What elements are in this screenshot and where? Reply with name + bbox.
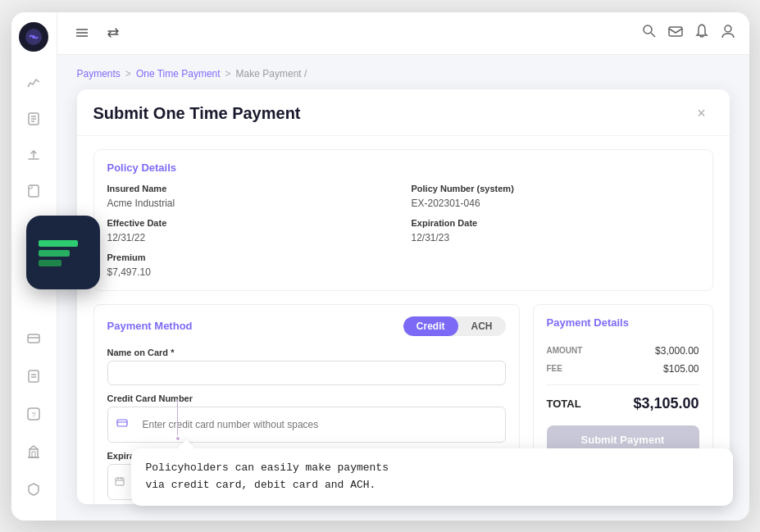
policy-section-title: Policy Details (107, 161, 699, 174)
topbar (57, 12, 749, 55)
breadcrumb-sep2: > (225, 68, 231, 80)
method-header: Payment Method Credit ACH (107, 316, 506, 336)
main-content: Payments > One Time Payment > Make Payme… (57, 12, 749, 521)
premium-field: Premium $7,497.10 (107, 252, 395, 279)
fee-row: FEE $105.00 (547, 363, 699, 375)
calendar-icon (115, 475, 125, 489)
cc-input-wrap (107, 407, 506, 443)
sidebar-item-reports[interactable] (19, 104, 48, 134)
svg-rect-14 (30, 449, 38, 457)
close-button[interactable]: × (690, 102, 713, 125)
name-on-card-label: Name on Card * (107, 348, 506, 357)
sidebar-item-shield[interactable] (19, 475, 48, 504)
cc-number-input[interactable] (134, 413, 497, 436)
policy-details-section: Policy Details Insured Name Acme Industr… (93, 149, 713, 291)
breadcrumb-payments[interactable]: Payments (77, 68, 121, 80)
payment-method-title: Payment Method (107, 320, 193, 332)
sidebar-bottom: ? (19, 324, 48, 511)
search-icon[interactable] (641, 23, 658, 43)
premium-label: Premium (107, 252, 395, 262)
svg-rect-18 (39, 260, 61, 266)
tooltip-text-line2: via credit card, debit card and ACH. (146, 479, 376, 491)
svg-point-1 (32, 35, 35, 39)
tooltip-bubble: Policyholders can easily make payments v… (131, 448, 733, 506)
floating-app-icon (26, 216, 100, 289)
policy-number-field: Policy Number (system) EX-202301-046 (412, 184, 699, 210)
topbar-right (641, 23, 736, 43)
topbar-left (71, 21, 631, 44)
amount-row: AMOUNT $3,000.00 (547, 345, 699, 357)
payment-details-title: Payment Details (547, 316, 699, 329)
user-icon[interactable] (720, 23, 736, 43)
effective-date-value: 12/31/22 (107, 232, 146, 243)
expiration-date-label: Expiration Date (412, 218, 699, 228)
modal-area: Payments > One Time Payment > Make Payme… (57, 55, 749, 521)
effective-date-field: Effective Date 12/31/22 (107, 218, 395, 244)
expiration-date-field: Expiration Date 12/31/23 (412, 218, 699, 244)
modal-title: Submit One Time Payment (93, 104, 301, 123)
credit-tab[interactable]: Credit (403, 316, 458, 336)
total-label: TOTAL (547, 398, 581, 410)
breadcrumb-current: Make Payment / (236, 68, 307, 80)
insured-name-field: Insured Name Acme Industrial (107, 184, 395, 210)
breadcrumb-sep1: > (125, 68, 131, 80)
effective-date-label: Effective Date (107, 218, 395, 228)
svg-rect-17 (39, 250, 70, 257)
app-logo[interactable] (19, 22, 48, 52)
sidebar-item-documents[interactable] (19, 176, 48, 206)
amount-value: $3,000.00 (655, 345, 699, 357)
fee-label: FEE (547, 364, 562, 373)
menu-icon[interactable] (71, 21, 93, 44)
policy-number-value: EX-202301-046 (412, 198, 480, 209)
tooltip-text-line1: Policyholders can easily make payments (146, 462, 389, 474)
cc-number-label: Credit Card Number (107, 393, 506, 403)
svg-rect-24 (669, 27, 682, 36)
expiration-date-value: 12/31/23 (412, 232, 450, 243)
svg-rect-26 (117, 420, 127, 426)
premium-value: $7,497.10 (107, 266, 151, 278)
svg-rect-6 (29, 185, 39, 197)
breadcrumb-one-time[interactable]: One Time Payment (136, 68, 221, 80)
modal-header: Submit One Time Payment × (77, 89, 730, 136)
divider (547, 384, 699, 385)
page-content: Payments > One Time Payment > Make Payme… (57, 55, 749, 521)
swap-icon[interactable] (102, 21, 125, 44)
total-value: $3,105.00 (633, 395, 699, 412)
tooltip-line (177, 399, 178, 440)
sidebar-item-payments[interactable] (19, 324, 48, 353)
mail-icon[interactable] (667, 23, 684, 43)
name-on-card-input[interactable] (107, 361, 506, 385)
total-row: TOTAL $3,105.00 (547, 395, 699, 412)
insured-name-label: Insured Name (107, 184, 395, 193)
modal-card: Submit One Time Payment × Policy Details… (77, 89, 730, 504)
policy-number-label: Policy Number (system) (412, 184, 699, 193)
credit-card-icon (116, 417, 128, 431)
payment-tab-toggle: Credit ACH (403, 316, 506, 336)
svg-text:?: ? (31, 411, 35, 419)
svg-point-25 (725, 25, 731, 32)
sidebar-item-analytics[interactable] (19, 68, 48, 98)
svg-line-23 (651, 33, 655, 37)
sidebar-item-files[interactable] (19, 361, 48, 391)
name-on-card-field: Name on Card * (107, 348, 506, 385)
svg-rect-9 (29, 371, 39, 382)
fee-value: $105.00 (663, 363, 699, 375)
svg-point-22 (644, 25, 652, 34)
svg-rect-7 (28, 334, 39, 343)
cc-number-field: Credit Card Number (107, 393, 506, 443)
sidebar-item-buildings[interactable] (19, 437, 48, 466)
bell-icon[interactable] (694, 23, 710, 43)
svg-rect-16 (39, 240, 78, 247)
insured-name-value: Acme Industrial (107, 198, 175, 209)
sidebar-item-help[interactable]: ? (19, 399, 48, 429)
ach-tab[interactable]: ACH (458, 316, 506, 336)
sidebar-item-upload[interactable] (19, 140, 48, 170)
tooltip-dot (175, 435, 181, 442)
policy-grid: Insured Name Acme Industrial Policy Numb… (107, 184, 699, 279)
svg-rect-15 (32, 452, 35, 457)
breadcrumb: Payments > One Time Payment > Make Payme… (77, 68, 730, 80)
svg-rect-28 (116, 478, 124, 485)
amount-label: AMOUNT (547, 346, 583, 355)
